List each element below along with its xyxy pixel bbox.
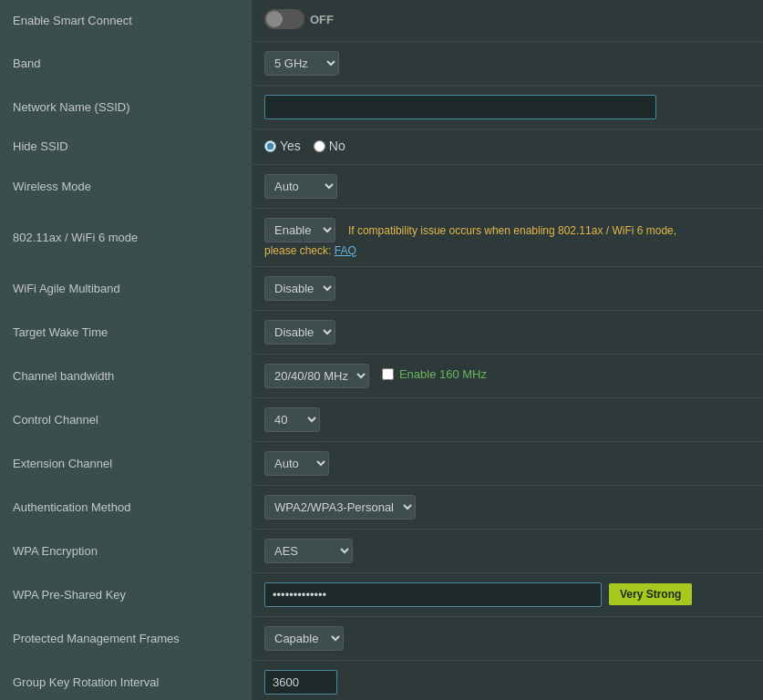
auth-method-select[interactable]: WPA2/WPA3-Personal WPA2-Personal WPA3-Pe… — [264, 495, 416, 520]
hide-ssid-no-text: No — [329, 139, 345, 153]
enable-160-label: Enable 160 MHz — [399, 367, 487, 381]
ssid-label: Network Name (SSID) — [0, 86, 252, 129]
wpa-key-input[interactable] — [264, 582, 602, 607]
smart-connect-toggle[interactable]: OFF — [264, 9, 334, 29]
group-key-control — [252, 660, 763, 700]
toggle-state-label: OFF — [310, 13, 334, 26]
control-channel-select[interactable]: 40 36 44 48 Auto — [264, 407, 320, 432]
target-wake-control: Disable Enable — [252, 310, 763, 354]
enable-smart-connect-label: Enable Smart Connect — [0, 0, 252, 42]
wpa-encryption-select[interactable]: AES TKIP AES+TKIP — [264, 539, 353, 563]
target-wake-label: Target Wake Time — [0, 310, 252, 354]
hide-ssid-yes-label[interactable]: Yes — [264, 139, 301, 153]
wifi6-mode-control: Enable Disable If compatibility issue oc… — [252, 208, 763, 266]
ssid-control — [252, 86, 763, 129]
band-label: Band — [0, 42, 252, 86]
target-wake-select[interactable]: Disable Enable — [264, 320, 335, 345]
faq-link[interactable]: FAQ — [335, 244, 356, 257]
auth-method-label: Authentication Method — [0, 485, 252, 529]
control-channel-label: Control Channel — [0, 397, 252, 441]
hide-ssid-radio-group: Yes No — [264, 139, 345, 153]
pmf-label: Protected Management Frames — [0, 616, 252, 660]
wireless-mode-control: Auto N only AC only Legacy — [252, 164, 763, 208]
band-select[interactable]: 5 GHz 2.4 GHz — [264, 51, 339, 76]
group-key-label: Group Key Rotation Interval — [0, 660, 252, 700]
enable-160-checkbox[interactable] — [382, 368, 394, 380]
wpa-key-control: Very Strong — [252, 572, 763, 616]
wifi-agile-select[interactable]: Disable Enable — [264, 276, 335, 301]
hide-ssid-no-radio[interactable] — [314, 140, 325, 152]
hide-ssid-yes-text: Yes — [280, 139, 301, 153]
wpa-key-label: WPA Pre-Shared Key — [0, 572, 252, 616]
wpa-encryption-label: WPA Encryption — [0, 529, 252, 572]
group-key-input[interactable] — [264, 670, 337, 695]
ssid-input[interactable] — [264, 95, 656, 119]
channel-bw-select[interactable]: 20/40/80 MHz 20 MHz 40 MHz 80 MHz — [264, 364, 369, 388]
wireless-mode-select[interactable]: Auto N only AC only Legacy — [264, 174, 337, 199]
wpa-encryption-control: AES TKIP AES+TKIP — [252, 529, 763, 572]
extension-channel-label: Extension Channel — [0, 441, 252, 485]
enable-160-container: Enable 160 MHz — [382, 367, 487, 381]
hide-ssid-no-label[interactable]: No — [314, 139, 345, 153]
extension-channel-select[interactable]: Auto Above Below — [264, 451, 329, 476]
auth-method-control: WPA2/WPA3-Personal WPA2-Personal WPA3-Pe… — [252, 485, 763, 529]
band-control: 5 GHz 2.4 GHz — [252, 42, 763, 86]
toggle-knob — [266, 11, 283, 27]
pmf-control: Capable Required Disable — [252, 616, 763, 660]
enable-smart-connect-control: OFF — [252, 0, 763, 42]
wifi6-mode-select[interactable]: Enable Disable — [264, 218, 335, 242]
channel-bw-label: Channel bandwidth — [0, 354, 252, 397]
wifi-agile-label: WiFi Agile Multiband — [0, 266, 252, 310]
wireless-mode-label: Wireless Mode — [0, 164, 252, 208]
wifi6-mode-label: 802.11ax / WiFi 6 mode — [0, 208, 252, 266]
wpa-key-row: Very Strong — [264, 582, 750, 607]
hide-ssid-control: Yes No — [252, 129, 763, 165]
channel-bw-control: 20/40/80 MHz 20 MHz 40 MHz 80 MHz Enable… — [252, 354, 763, 397]
toggle-track — [264, 9, 304, 29]
pmf-select[interactable]: Capable Required Disable — [264, 626, 344, 651]
password-strength-badge: Very Strong — [609, 583, 692, 605]
extension-channel-control: Auto Above Below — [252, 441, 763, 485]
control-channel-control: 40 36 44 48 Auto — [252, 397, 763, 441]
hide-ssid-label: Hide SSID — [0, 129, 252, 165]
hide-ssid-yes-radio[interactable] — [264, 140, 276, 152]
wifi-agile-control: Disable Enable — [252, 266, 763, 310]
